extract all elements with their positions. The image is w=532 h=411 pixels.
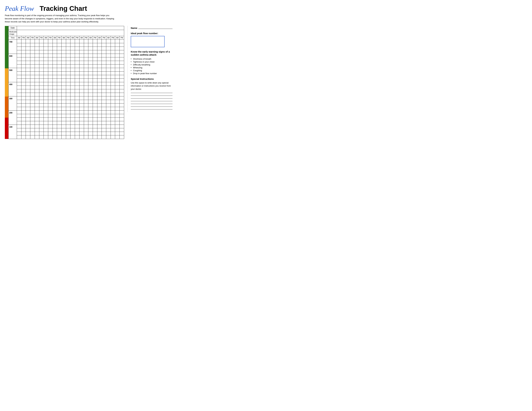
cell[interactable] xyxy=(44,110,48,114)
cell[interactable] xyxy=(35,57,39,61)
cell[interactable] xyxy=(66,78,70,82)
cell[interactable] xyxy=(21,125,26,128)
cell[interactable] xyxy=(30,103,35,107)
cell[interactable] xyxy=(21,121,26,125)
cell[interactable] xyxy=(84,96,88,100)
cell[interactable] xyxy=(39,110,44,114)
cell[interactable] xyxy=(17,128,21,132)
cell[interactable] xyxy=(35,43,39,47)
cell[interactable] xyxy=(79,107,84,110)
cell[interactable] xyxy=(106,93,111,96)
cell[interactable] xyxy=(70,135,75,139)
cell[interactable] xyxy=(62,54,66,57)
cell[interactable] xyxy=(70,82,75,86)
cell[interactable] xyxy=(102,47,106,50)
cell[interactable] xyxy=(44,50,48,54)
cell[interactable] xyxy=(26,107,30,110)
cell[interactable] xyxy=(106,132,111,135)
cell[interactable] xyxy=(115,128,120,132)
cell[interactable] xyxy=(115,78,120,82)
cell[interactable] xyxy=(62,82,66,86)
cell[interactable] xyxy=(17,125,21,128)
cell[interactable] xyxy=(84,132,88,135)
cell[interactable] xyxy=(48,93,53,96)
cell[interactable] xyxy=(115,50,120,54)
cell[interactable] xyxy=(84,50,88,54)
cell[interactable] xyxy=(70,39,75,43)
cell[interactable] xyxy=(106,121,111,125)
cell[interactable] xyxy=(53,68,57,71)
cell[interactable] xyxy=(39,57,44,61)
cell[interactable] xyxy=(57,57,62,61)
cell[interactable] xyxy=(57,61,62,64)
cell[interactable] xyxy=(35,89,39,93)
cell[interactable] xyxy=(84,121,88,125)
cell[interactable] xyxy=(70,121,75,125)
cell[interactable] xyxy=(106,61,111,64)
cell[interactable] xyxy=(26,54,30,57)
cell[interactable] xyxy=(75,93,79,96)
cell[interactable] xyxy=(48,100,53,103)
cell[interactable] xyxy=(48,103,53,107)
cell[interactable] xyxy=(84,64,88,68)
cell[interactable] xyxy=(30,68,35,71)
cell[interactable] xyxy=(70,100,75,103)
cell[interactable] xyxy=(75,86,79,89)
cell[interactable] xyxy=(53,107,57,110)
cell[interactable] xyxy=(70,107,75,110)
cell[interactable] xyxy=(53,47,57,50)
cell[interactable] xyxy=(57,86,62,89)
ideal-box[interactable] xyxy=(131,36,165,47)
cell[interactable] xyxy=(44,128,48,132)
cell[interactable] xyxy=(35,50,39,54)
cell[interactable] xyxy=(97,135,102,139)
write-line-1[interactable] xyxy=(131,93,172,93)
cell[interactable] xyxy=(111,114,115,118)
cell[interactable] xyxy=(79,71,84,75)
cell[interactable] xyxy=(21,43,26,47)
cell[interactable] xyxy=(111,128,115,132)
cell[interactable] xyxy=(39,43,44,47)
cell[interactable] xyxy=(93,57,97,61)
cell[interactable] xyxy=(106,89,111,93)
cell[interactable] xyxy=(48,50,53,54)
cell[interactable] xyxy=(120,100,124,103)
cell[interactable] xyxy=(88,57,93,61)
cell[interactable] xyxy=(120,110,124,114)
cell[interactable] xyxy=(88,75,93,78)
cell[interactable] xyxy=(44,121,48,125)
cell[interactable] xyxy=(57,107,62,110)
cell[interactable] xyxy=(62,114,66,118)
cell[interactable] xyxy=(79,125,84,128)
cell[interactable] xyxy=(106,57,111,61)
cell[interactable] xyxy=(97,68,102,71)
cell[interactable] xyxy=(84,128,88,132)
cell[interactable] xyxy=(88,100,93,103)
cell[interactable] xyxy=(111,96,115,100)
cell[interactable] xyxy=(53,132,57,135)
cell[interactable] xyxy=(17,86,21,89)
cell[interactable] xyxy=(97,103,102,107)
cell[interactable] xyxy=(35,47,39,50)
cell[interactable] xyxy=(120,125,124,128)
cell[interactable] xyxy=(57,64,62,68)
cell[interactable] xyxy=(66,103,70,107)
cell[interactable] xyxy=(57,78,62,82)
cell[interactable] xyxy=(70,89,75,93)
cell[interactable] xyxy=(62,61,66,64)
cell[interactable] xyxy=(26,68,30,71)
cell[interactable] xyxy=(84,89,88,93)
cell[interactable] xyxy=(35,96,39,100)
cell[interactable] xyxy=(35,61,39,64)
cell[interactable] xyxy=(111,39,115,43)
cell[interactable] xyxy=(30,54,35,57)
cell[interactable] xyxy=(79,114,84,118)
cell[interactable] xyxy=(48,78,53,82)
cell[interactable] xyxy=(39,118,44,121)
cell[interactable] xyxy=(39,50,44,54)
cell[interactable] xyxy=(97,50,102,54)
cell[interactable] xyxy=(93,82,97,86)
cell[interactable] xyxy=(26,114,30,118)
cell[interactable] xyxy=(53,61,57,64)
cell[interactable] xyxy=(79,96,84,100)
